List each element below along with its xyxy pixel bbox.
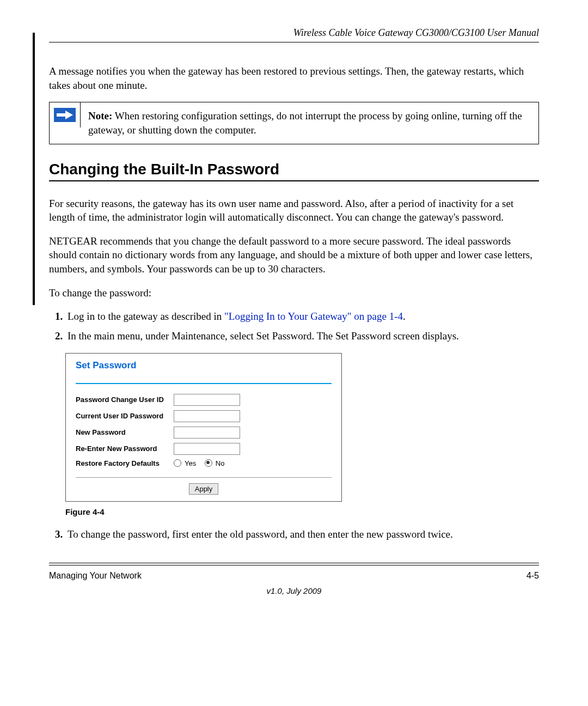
step-2: In the main menu, under Maintenance, sel…	[65, 329, 539, 343]
input-reenter-password[interactable]	[174, 443, 240, 455]
steps-list: Log in to the gateway as described in "L…	[49, 309, 539, 343]
radio-yes[interactable]	[174, 459, 181, 467]
steps-list-continued: To change the password, first enter the …	[49, 527, 539, 541]
section-heading: Changing the Built-In Password	[49, 161, 539, 178]
radio-no-label: No	[216, 459, 225, 467]
label-reenter-password: Re-Enter New Password	[76, 445, 174, 453]
intro-paragraph: A message notifies you when the gateway …	[49, 64, 539, 92]
radio-yes-label: Yes	[185, 459, 196, 467]
screenshot-title: Set Password	[76, 360, 332, 371]
label-current-password: Current User ID Password	[76, 412, 174, 420]
step-3: To change the password, first enter the …	[65, 527, 539, 541]
paragraph-2: NETGEAR recommends that you change the d…	[49, 234, 539, 276]
input-new-password[interactable]	[174, 427, 240, 439]
input-current-password[interactable]	[174, 410, 240, 422]
apply-button[interactable]: Apply	[189, 483, 219, 495]
footer-section: Managing Your Network	[49, 571, 142, 581]
step-1: Log in to the gateway as described in "L…	[65, 309, 539, 324]
change-bar	[33, 33, 35, 305]
label-restore-defaults: Restore Factory Defaults	[76, 459, 174, 467]
set-password-screenshot: Set Password Password Change User ID Cur…	[65, 353, 342, 502]
label-user-id: Password Change User ID	[76, 395, 174, 404]
xref-logging-in[interactable]: "Logging In to Your Gateway" on page 1-4	[224, 311, 403, 322]
arrow-right-icon	[54, 108, 76, 122]
footer-version: v1.0, July 2009	[49, 586, 539, 595]
paragraph-1: For security reasons, the gateway has it…	[49, 197, 539, 224]
paragraph-3: To change the password:	[49, 286, 539, 300]
svg-marker-0	[57, 111, 73, 119]
radio-no[interactable]	[205, 459, 212, 467]
note-text: When restoring configuration settings, d…	[88, 110, 522, 136]
page-header: Wireless Cable Voice Gateway CG3000/CG31…	[49, 27, 539, 39]
note-box: Note: When restoring configuration setti…	[49, 102, 539, 144]
note-label: Note:	[88, 110, 112, 121]
figure-caption: Figure 4-4	[65, 507, 539, 516]
label-new-password: New Password	[76, 428, 174, 436]
footer-page-number: 4-5	[526, 571, 539, 581]
input-user-id[interactable]	[174, 394, 240, 406]
